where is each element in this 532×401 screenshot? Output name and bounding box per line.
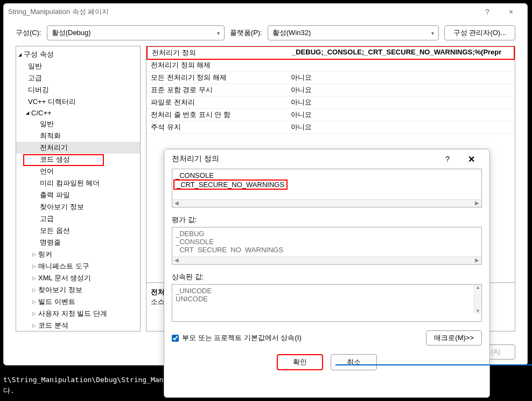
grid-value[interactable]: 아니요 [286,84,515,96]
ok-button[interactable]: 확인 [277,354,323,370]
tree-item[interactable]: 찾아보기 정보 [16,201,140,213]
scrollbar-h[interactable]: ◀▶ [172,199,481,207]
tree-item[interactable]: 고급 [16,213,140,225]
tree-item[interactable]: 찾아보기 정보 [16,284,140,296]
grid-value[interactable]: 아니요 [286,72,515,84]
inherit-checkbox-row: 부모 또는 프로젝트 기본값에서 상속(I) 매크로(M)>> [164,322,489,351]
eval-values: _DEBUG _CONSOLE _CRT_SECURE_NO_WARNINGS … [172,227,482,265]
tree-item[interactable]: 코드 분석 [16,320,140,331]
platform-combo-value: 활성(Win32) [272,28,311,38]
tree-item[interactable]: 출력 파일 [16,189,140,201]
definitions-edit[interactable]: _CONSOLE _CRT_SECURE_NO_WARNINGS ◀▶ [172,169,482,208]
config-manager-button[interactable]: 구성 관리자(O)... [444,25,515,40]
grid-name: 주석 유지 [146,121,286,133]
tree-item-preprocessor[interactable]: 전처리기 [16,142,140,154]
grid-name: 전처리기 정의 해제 [146,59,286,71]
tree-item[interactable]: XML 문서 생성기 [16,272,140,284]
inherit-checkbox-label: 부모 또는 프로젝트 기본값에서 상속(I) [182,333,302,343]
grid-name: 전처리기 정의 [148,47,288,59]
tree-item[interactable]: 사용자 지정 빌드 단계 [16,308,140,320]
grid-value[interactable] [286,59,515,71]
help-button[interactable]: ? [475,4,499,19]
grid-row[interactable]: 파일로 전처리 아니요 [146,96,515,109]
inherit-line: _UNICODE [176,287,478,295]
eval-line: _CRT_SECURE_NO_WARNINGS [176,246,478,253]
tree-panel[interactable]: 구성 속성 일반 고급 디버깅 VC++ 디렉터리 C/C++ 일반 최적화 전… [16,46,141,331]
config-row: 구성(C): 활성(Debug) ▾ 플랫폼(P): 활성(Win32) ▾ 구… [4,20,527,46]
tree-item[interactable]: 코드 생성 [16,154,140,165]
grid-row[interactable]: 전처리 줄 번호 표시 안 함 아니요 [146,109,515,121]
grid-row[interactable]: 모든 전처리기 정의 해제 아니요 [146,72,515,84]
tree-cpp[interactable]: C/C++ [16,108,140,118]
help-button[interactable]: ? [445,155,450,163]
grid-name: 모든 전처리기 정의 해제 [146,72,286,84]
tree-item[interactable]: 최적화 [16,130,140,142]
platform-label: 플랫폼(P): [230,28,262,38]
grid-name: 파일로 전처리 [146,96,286,108]
grid-value[interactable]: 아니요 [286,109,515,121]
inherit-checkbox[interactable] [172,335,179,342]
tree-item[interactable]: 링커 [16,248,140,260]
inherit-section: 상속된 값: _UNICODE UNICODE ▲▼ [164,265,489,322]
grid-row[interactable]: 주석 유지 아니요 [146,121,515,134]
grid-row[interactable]: 전처리기 정의 해제 [146,59,515,72]
grid-name: 표준 포함 경로 무시 [146,84,286,96]
close-button[interactable]: × [499,4,523,19]
grid-row-preprocessor-defs[interactable]: 전처리기 정의 _DEBUG;_CONSOLE;_CRT_SECURE_NO_W… [146,46,515,60]
grid-value[interactable]: 아니요 [286,121,515,133]
tree-item[interactable]: 언어 [16,165,140,177]
platform-combo[interactable]: 활성(Win32) ▾ [268,25,439,40]
config-label: 구성(C): [16,28,41,38]
grid-name: 전처리 줄 번호 표시 안 함 [146,109,286,121]
cancel-button[interactable]: 취소 [331,354,377,370]
close-button[interactable]: ✕ [460,154,482,164]
config-combo-value: 활성(Debug) [52,28,91,38]
eval-label: 평가 값: [172,215,482,225]
tree-item[interactable]: 디버깅 [16,84,140,96]
edit-section: _CONSOLE _CRT_SECURE_NO_WARNINGS ◀▶ [164,169,489,208]
tree-item[interactable]: VC++ 디렉터리 [16,96,140,108]
grid-value[interactable]: _DEBUG;_CONSOLE;_CRT_SECURE_NO_WARNINGS;… [288,47,514,59]
tree-item[interactable]: 고급 [16,72,140,84]
inherit-line: UNICODE [176,295,478,303]
inherit-label: 상속된 값: [172,272,482,282]
eval-line: _DEBUG [176,230,478,238]
chevron-down-icon: ▾ [431,30,434,36]
tree-item[interactable]: 빌드 이벤트 [16,296,140,308]
inner-titlebar: 전처리기 정의 ? ✕ [164,149,489,169]
edit-line-highlighted[interactable]: _CRT_SECURE_NO_WARNINGS [173,179,288,190]
tree-item[interactable]: 미리 컴파일된 헤더 [16,177,140,189]
preprocessor-defs-dialog: 전처리기 정의 ? ✕ _CONSOLE _CRT_SECURE_NO_WARN… [164,149,490,398]
tree-item[interactable]: 명령줄 [16,237,140,248]
macro-button[interactable]: 매크로(M)>> [426,330,482,345]
grid-value[interactable]: 아니요 [286,96,515,108]
tree-item[interactable]: 모든 옵션 [16,225,140,237]
tree-item[interactable]: 일반 [16,60,140,72]
edit-line[interactable]: _CONSOLE [176,171,478,179]
scrollbar-h[interactable]: ◀▶ [172,257,481,264]
grid-row[interactable]: 표준 포함 경로 무시 아니요 [146,84,515,96]
inner-title: 전처리기 정의 [172,154,445,164]
tree-item[interactable]: 매니페스트 도구 [16,260,140,272]
scrollbar-v[interactable]: ▲▼ [474,285,481,314]
focus-underline [335,364,532,365]
eval-section: 평가 값: _DEBUG _CONSOLE _CRT_SECURE_NO_WAR… [164,208,489,265]
config-combo[interactable]: 활성(Debug) ▾ [47,25,225,40]
titlebar: String_Manipulation 속성 페이지 ? × [4,4,527,20]
tree-item[interactable]: 일반 [16,118,140,130]
chevron-down-icon: ▾ [217,30,220,36]
tree-root[interactable]: 구성 속성 [16,49,140,60]
inherited-values: _UNICODE UNICODE ▲▼ [172,284,482,322]
eval-line: _CONSOLE [176,238,478,246]
window-title: String_Manipulation 속성 페이지 [8,7,475,17]
